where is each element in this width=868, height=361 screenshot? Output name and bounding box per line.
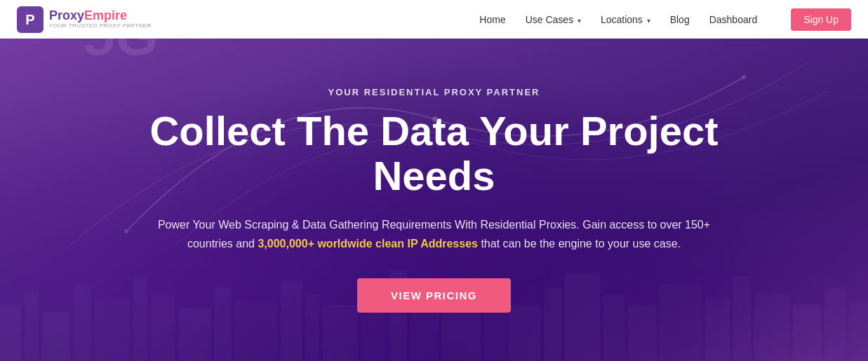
svg-rect-31 xyxy=(824,287,846,361)
svg-rect-21 xyxy=(509,305,540,361)
svg-rect-3 xyxy=(0,305,21,361)
nav-link-usecases[interactable]: Use Cases ▾ xyxy=(526,14,581,25)
nav-item-dashboard[interactable]: Dashboard xyxy=(709,13,758,26)
nav-link-home[interactable]: Home xyxy=(479,14,505,25)
signup-button[interactable]: Sign Up xyxy=(791,8,851,31)
svg-text:P: P xyxy=(25,12,34,27)
chevron-down-icon: ▾ xyxy=(575,17,581,25)
nav-links: Home Use Cases ▾ Locations ▾ Blog Dashbo… xyxy=(479,13,851,26)
svg-rect-15 xyxy=(323,305,358,361)
nav-item-locations[interactable]: Locations ▾ xyxy=(601,13,650,26)
navbar: P Proxy Empire YOUR TRUSTED PROXY PARTNE… xyxy=(0,0,868,39)
svg-rect-30 xyxy=(793,305,821,361)
logo-text: Proxy Empire YOUR TRUSTED PROXY PARTNER xyxy=(49,9,152,29)
logo-tagline: YOUR TRUSTED PROXY PARTNER xyxy=(49,23,152,29)
nav-item-home[interactable]: Home xyxy=(479,13,505,26)
nav-item-signup[interactable]: Sign Up xyxy=(777,13,851,26)
logo-icon: P xyxy=(17,6,44,33)
logo-empire-text: Empire xyxy=(84,9,127,23)
view-pricing-button[interactable]: VIEW PRICING xyxy=(357,278,511,313)
logo-proxy-text: Proxy xyxy=(49,9,84,23)
hero-section: 5G YOUR RESIDENTIAL PROXY PARTNER Collec… xyxy=(0,0,868,361)
svg-rect-32 xyxy=(849,301,868,361)
nav-link-blog[interactable]: Blog xyxy=(670,14,690,25)
hero-subtitle: YOUR RESIDENTIAL PROXY PARTNER xyxy=(328,87,540,97)
nav-item-usecases[interactable]: Use Cases ▾ xyxy=(526,13,581,26)
svg-point-2 xyxy=(742,75,746,79)
hero-highlight: 3,000,000+ worldwide clean IP Addresses xyxy=(258,238,478,250)
nav-link-dashboard[interactable]: Dashboard xyxy=(709,14,758,25)
chevron-down-icon: ▾ xyxy=(645,17,650,25)
hero-title: Collect The Data Your Project Needs xyxy=(119,109,750,198)
logo-area: P Proxy Empire YOUR TRUSTED PROXY PARTNE… xyxy=(17,6,152,33)
svg-rect-25 xyxy=(628,305,656,361)
nav-item-blog[interactable]: Blog xyxy=(670,13,690,26)
svg-rect-4 xyxy=(25,291,39,361)
svg-rect-10 xyxy=(179,308,211,361)
svg-rect-6 xyxy=(74,284,91,361)
hero-description-part2: that can be the engine to your use case. xyxy=(478,238,681,250)
svg-rect-5 xyxy=(42,312,70,361)
hero-description: Power Your Web Scraping & Data Gathering… xyxy=(147,215,722,253)
hero-content: YOUR RESIDENTIAL PROXY PARTNER Collect T… xyxy=(119,87,750,313)
nav-link-locations[interactable]: Locations ▾ xyxy=(601,14,650,25)
svg-rect-29 xyxy=(754,294,789,361)
